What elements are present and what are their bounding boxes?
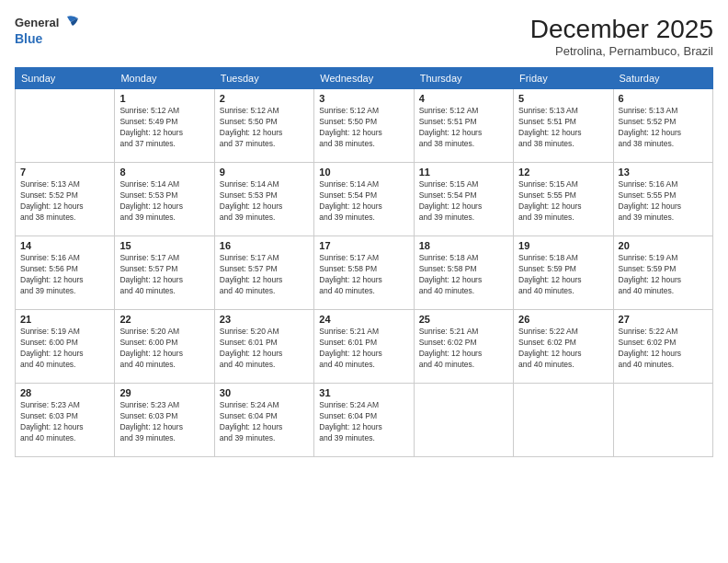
day-number: 19 <box>518 240 608 251</box>
day-number: 22 <box>119 314 209 325</box>
week-row-3: 14Sunrise: 5:16 AMSunset: 5:56 PMDayligh… <box>16 236 713 310</box>
calendar-cell: 14Sunrise: 5:16 AMSunset: 5:56 PMDayligh… <box>16 236 115 310</box>
day-info: Sunrise: 5:24 AMSunset: 6:04 PMDaylight:… <box>220 400 309 444</box>
day-info: Sunrise: 5:12 AMSunset: 5:51 PMDaylight:… <box>419 106 508 150</box>
day-number: 17 <box>319 240 408 251</box>
col-friday: Friday <box>514 68 613 89</box>
day-info: Sunrise: 5:21 AMSunset: 6:01 PMDaylight:… <box>319 327 408 371</box>
day-info: Sunrise: 5:21 AMSunset: 6:02 PMDaylight:… <box>419 327 508 371</box>
day-info: Sunrise: 5:13 AMSunset: 5:52 PMDaylight:… <box>619 106 708 150</box>
day-info: Sunrise: 5:13 AMSunset: 5:51 PMDaylight:… <box>518 106 608 150</box>
calendar-cell: 29Sunrise: 5:23 AMSunset: 6:03 PMDayligh… <box>115 384 214 457</box>
calendar-cell: 9Sunrise: 5:14 AMSunset: 5:53 PMDaylight… <box>214 163 313 236</box>
day-info: Sunrise: 5:17 AMSunset: 5:57 PMDaylight:… <box>220 253 309 297</box>
day-number: 29 <box>119 387 209 398</box>
day-number: 10 <box>319 167 408 178</box>
col-saturday: Saturday <box>613 68 712 89</box>
calendar-cell: 2Sunrise: 5:12 AMSunset: 5:50 PMDaylight… <box>214 89 313 163</box>
day-info: Sunrise: 5:23 AMSunset: 6:03 PMDaylight:… <box>20 400 109 444</box>
calendar-cell: 18Sunrise: 5:18 AMSunset: 5:58 PMDayligh… <box>414 236 513 310</box>
day-info: Sunrise: 5:20 AMSunset: 6:01 PMDaylight:… <box>220 327 309 371</box>
day-number: 8 <box>119 167 209 178</box>
page: General Blue December 2025 Petrolina, Pe… <box>0 0 728 563</box>
day-info: Sunrise: 5:18 AMSunset: 5:59 PMDaylight:… <box>518 253 608 297</box>
day-number: 30 <box>220 387 309 398</box>
day-info: Sunrise: 5:12 AMSunset: 5:50 PMDaylight:… <box>319 106 408 150</box>
calendar-cell <box>613 384 712 457</box>
calendar-cell: 20Sunrise: 5:19 AMSunset: 5:59 PMDayligh… <box>613 236 712 310</box>
day-number: 16 <box>220 240 309 251</box>
col-wednesday: Wednesday <box>314 68 414 89</box>
day-info: Sunrise: 5:14 AMSunset: 5:53 PMDaylight:… <box>220 179 309 224</box>
col-sunday: Sunday <box>16 68 115 89</box>
day-number: 1 <box>119 93 209 104</box>
day-info: Sunrise: 5:12 AMSunset: 5:50 PMDaylight:… <box>220 106 309 150</box>
calendar-cell <box>16 89 115 163</box>
day-info: Sunrise: 5:20 AMSunset: 6:00 PMDaylight:… <box>119 327 209 371</box>
header: General Blue December 2025 Petrolina, Pe… <box>15 15 713 58</box>
calendar-cell: 16Sunrise: 5:17 AMSunset: 5:57 PMDayligh… <box>214 236 313 310</box>
day-info: Sunrise: 5:16 AMSunset: 5:56 PMDaylight:… <box>20 253 109 297</box>
day-number: 21 <box>20 314 109 325</box>
day-number: 26 <box>518 314 608 325</box>
day-number: 18 <box>419 240 508 251</box>
calendar-cell: 25Sunrise: 5:21 AMSunset: 6:02 PMDayligh… <box>414 310 513 384</box>
month-year: December 2025 <box>530 15 713 44</box>
weekday-header-row: Sunday Monday Tuesday Wednesday Thursday… <box>16 68 713 89</box>
day-info: Sunrise: 5:15 AMSunset: 5:55 PMDaylight:… <box>518 179 608 224</box>
day-info: Sunrise: 5:12 AMSunset: 5:49 PMDaylight:… <box>119 106 209 150</box>
calendar-cell <box>514 384 613 457</box>
day-number: 23 <box>220 314 309 325</box>
calendar-cell: 12Sunrise: 5:15 AMSunset: 5:55 PMDayligh… <box>514 163 613 236</box>
week-row-1: 1Sunrise: 5:12 AMSunset: 5:49 PMDaylight… <box>16 89 713 163</box>
day-info: Sunrise: 5:18 AMSunset: 5:58 PMDaylight:… <box>419 253 508 297</box>
calendar-cell: 21Sunrise: 5:19 AMSunset: 6:00 PMDayligh… <box>16 310 115 384</box>
calendar-table: Sunday Monday Tuesday Wednesday Thursday… <box>15 67 713 457</box>
calendar-cell: 3Sunrise: 5:12 AMSunset: 5:50 PMDaylight… <box>314 89 414 163</box>
day-info: Sunrise: 5:14 AMSunset: 5:54 PMDaylight:… <box>319 179 408 224</box>
calendar-cell <box>414 384 513 457</box>
day-number: 5 <box>518 93 608 104</box>
location: Petrolina, Pernambuco, Brazil <box>530 44 713 58</box>
calendar-cell: 13Sunrise: 5:16 AMSunset: 5:55 PMDayligh… <box>613 163 712 236</box>
calendar-cell: 5Sunrise: 5:13 AMSunset: 5:51 PMDaylight… <box>514 89 613 163</box>
calendar-cell: 31Sunrise: 5:24 AMSunset: 6:04 PMDayligh… <box>314 384 414 457</box>
week-row-4: 21Sunrise: 5:19 AMSunset: 6:00 PMDayligh… <box>16 310 713 384</box>
logo-bird-icon <box>60 15 80 31</box>
calendar-cell: 19Sunrise: 5:18 AMSunset: 5:59 PMDayligh… <box>514 236 613 310</box>
col-tuesday: Tuesday <box>214 68 313 89</box>
day-info: Sunrise: 5:22 AMSunset: 6:02 PMDaylight:… <box>518 327 608 371</box>
day-info: Sunrise: 5:15 AMSunset: 5:54 PMDaylight:… <box>419 179 508 224</box>
calendar-cell: 30Sunrise: 5:24 AMSunset: 6:04 PMDayligh… <box>214 384 313 457</box>
day-number: 24 <box>319 314 408 325</box>
day-number: 13 <box>619 167 708 178</box>
calendar-cell: 11Sunrise: 5:15 AMSunset: 5:54 PMDayligh… <box>414 163 513 236</box>
day-number: 14 <box>20 240 109 251</box>
calendar-cell: 4Sunrise: 5:12 AMSunset: 5:51 PMDaylight… <box>414 89 513 163</box>
day-number: 31 <box>319 387 408 398</box>
day-number: 11 <box>419 167 508 178</box>
day-info: Sunrise: 5:23 AMSunset: 6:03 PMDaylight:… <box>119 400 209 444</box>
day-info: Sunrise: 5:22 AMSunset: 6:02 PMDaylight:… <box>619 327 708 371</box>
calendar-cell: 22Sunrise: 5:20 AMSunset: 6:00 PMDayligh… <box>115 310 214 384</box>
week-row-5: 28Sunrise: 5:23 AMSunset: 6:03 PMDayligh… <box>16 384 713 457</box>
day-info: Sunrise: 5:19 AMSunset: 6:00 PMDaylight:… <box>20 327 109 371</box>
day-number: 28 <box>20 387 109 398</box>
day-number: 9 <box>220 167 309 178</box>
day-info: Sunrise: 5:13 AMSunset: 5:52 PMDaylight:… <box>20 179 109 224</box>
week-row-2: 7Sunrise: 5:13 AMSunset: 5:52 PMDaylight… <box>16 163 713 236</box>
calendar-cell: 27Sunrise: 5:22 AMSunset: 6:02 PMDayligh… <box>613 310 712 384</box>
day-info: Sunrise: 5:16 AMSunset: 5:55 PMDaylight:… <box>619 179 708 224</box>
title-block: December 2025 Petrolina, Pernambuco, Bra… <box>530 15 713 58</box>
day-info: Sunrise: 5:14 AMSunset: 5:53 PMDaylight:… <box>119 179 209 224</box>
day-number: 3 <box>319 93 408 104</box>
day-number: 4 <box>419 93 508 104</box>
day-number: 7 <box>20 167 109 178</box>
calendar-cell: 24Sunrise: 5:21 AMSunset: 6:01 PMDayligh… <box>314 310 414 384</box>
day-number: 25 <box>419 314 508 325</box>
day-number: 20 <box>619 240 708 251</box>
calendar-cell: 10Sunrise: 5:14 AMSunset: 5:54 PMDayligh… <box>314 163 414 236</box>
day-number: 15 <box>119 240 209 251</box>
col-monday: Monday <box>115 68 214 89</box>
logo-text: General <box>15 16 59 30</box>
